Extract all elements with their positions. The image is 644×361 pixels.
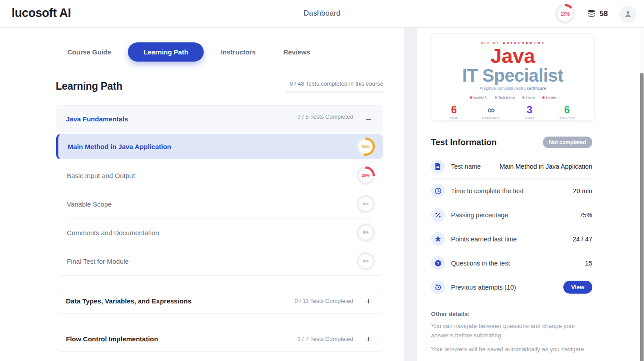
test-progress-ring: 26% bbox=[357, 166, 375, 185]
kit-feature-label: Întrebări AI bbox=[473, 96, 487, 99]
kit-stat-label: NIVELE bbox=[525, 117, 535, 120]
test-name: Final Test for Module bbox=[67, 257, 129, 265]
test-item-basic-io[interactable]: Basic Input and Output 26% bbox=[56, 161, 383, 190]
kit-feature: 6 teme bbox=[522, 96, 535, 99]
module-header[interactable]: Flow Control Implementation 0 / 7 Tests … bbox=[56, 326, 383, 351]
module-title: Flow Control Implementation bbox=[66, 335, 158, 343]
test-progress-label: 0% bbox=[357, 224, 375, 242]
test-item-comments-docs[interactable]: Comments and Documentation 0% bbox=[56, 218, 383, 247]
clock-icon bbox=[431, 184, 445, 198]
kit-stat-intrebari: ∞ ÎNTREBĂRI AI bbox=[482, 105, 500, 120]
kit-stat-label: LUNI ACCES bbox=[558, 117, 575, 120]
scrollbar-thumb[interactable] bbox=[640, 73, 644, 361]
tab-course-guide[interactable]: Course Guide bbox=[57, 42, 122, 62]
star-icon: ★ bbox=[431, 232, 445, 246]
percent-icon bbox=[431, 208, 445, 222]
column-divider bbox=[404, 28, 417, 361]
tab-reviews[interactable]: Reviews bbox=[273, 42, 321, 62]
kit-feature-label: 6 teme bbox=[526, 96, 535, 99]
kit-title-specialist: IT Specialist bbox=[431, 66, 594, 84]
module-list: Java Fundamentals 0 / 5 Tests Completed … bbox=[56, 105, 383, 361]
status-badge: Not completed bbox=[543, 137, 592, 148]
page-title: Dashboard bbox=[0, 9, 644, 18]
module-header[interactable]: Java Fundamentals 0 / 5 Tests Completed … bbox=[56, 106, 383, 132]
user-avatar[interactable] bbox=[619, 6, 636, 22]
kit-tagline-bold: certificare bbox=[527, 86, 546, 91]
test-info-rows: Test name Main Method in Java Applicatio… bbox=[431, 154, 592, 299]
module-data-types: Data Types, Variables, and Expressions 0… bbox=[56, 288, 383, 314]
course-progress-text: 0 / 48 Tests completed in this course bbox=[286, 80, 383, 87]
kit-feature: Teste la timp bbox=[495, 96, 515, 99]
collapse-icon[interactable]: − bbox=[364, 113, 373, 124]
module-title: Data Types, Variables, and Expressions bbox=[66, 297, 192, 305]
kit-features: Întrebări AI Teste la timp 6 teme 3 nive… bbox=[431, 96, 594, 99]
target-icon bbox=[542, 96, 545, 99]
other-details-note: You can navigate between questions and c… bbox=[431, 322, 592, 340]
info-value: 15 bbox=[585, 260, 592, 267]
info-row-questions: ? Questions in the test 15 bbox=[431, 251, 592, 275]
info-value: 24 / 47 bbox=[573, 236, 592, 243]
info-row-passing: Passing percentage 75% bbox=[431, 203, 592, 227]
overall-progress-label: 13% bbox=[555, 4, 575, 24]
module-progress-text: 0 / 11 Tests Completed bbox=[295, 298, 353, 304]
info-label: Time to complete the test bbox=[451, 187, 523, 195]
expand-icon[interactable]: + bbox=[364, 333, 373, 344]
kit-title-java: Java bbox=[431, 46, 594, 66]
info-value: Main Method in Java Application bbox=[500, 163, 592, 170]
course-progress: 0 / 48 Tests completed in this course bbox=[286, 80, 383, 93]
info-label: Questions in the test bbox=[451, 260, 510, 267]
learning-path-header: Learning Path 0 / 48 Tests completed in … bbox=[56, 80, 383, 93]
other-details: Other details: You can navigate between … bbox=[431, 311, 592, 354]
kit-feature: 3 nivele bbox=[542, 96, 556, 99]
tab-instructors[interactable]: Instructors bbox=[210, 42, 266, 62]
course-tabs: Course Guide Learning Path Instructors R… bbox=[57, 42, 383, 62]
module-progress-text: 0 / 7 Tests Completed bbox=[297, 336, 353, 342]
side-panel: KIT DE ANTRENAMENT Java IT Specialist Pr… bbox=[417, 28, 640, 361]
kit-stat-nivele: 3 NIVELE bbox=[525, 105, 535, 120]
kit-stat-teme: 6 TEME bbox=[450, 105, 458, 120]
overall-progress-ring[interactable]: 13% bbox=[555, 4, 575, 24]
coins-count: 58 bbox=[599, 9, 608, 18]
kit-tagline: Pregătire completă pentru certificare bbox=[431, 86, 594, 91]
view-attempts-button[interactable]: View bbox=[563, 281, 592, 294]
kit-feature-label: 3 nivele bbox=[546, 96, 556, 99]
module-flow-control: Flow Control Implementation 0 / 7 Tests … bbox=[56, 326, 383, 352]
info-value: 75% bbox=[579, 212, 592, 219]
test-info-header: Test Information Not completed bbox=[431, 137, 592, 148]
test-item-variable-scope[interactable]: Variable Scope 0% bbox=[56, 190, 383, 218]
header-actions: 13% 58 bbox=[555, 0, 636, 28]
test-progress-ring: 53% bbox=[357, 137, 375, 156]
test-item-final-test[interactable]: Final Test for Module 0% bbox=[56, 247, 383, 275]
course-kit-card[interactable]: KIT DE ANTRENAMENT Java IT Specialist Pr… bbox=[431, 33, 595, 121]
question-icon: ? bbox=[431, 256, 445, 270]
expand-icon[interactable]: + bbox=[364, 295, 373, 307]
kit-stat-label: ÎNTREBĂRI AI bbox=[482, 117, 500, 120]
module-java-fundamentals: Java Fundamentals 0 / 5 Tests Completed … bbox=[56, 105, 383, 276]
test-name: Comments and Documentation bbox=[67, 229, 159, 237]
tab-learning-path[interactable]: Learning Path bbox=[128, 42, 204, 62]
test-progress-label: 53% bbox=[357, 137, 375, 156]
info-row-test-name: Test name Main Method in Java Applicatio… bbox=[431, 154, 592, 178]
module-title: Java Fundamentals bbox=[66, 115, 128, 123]
test-item-main-method[interactable]: Main Method in Java Application 53% bbox=[56, 134, 383, 159]
history-icon bbox=[431, 280, 445, 294]
kit-tagline-text: Pregătire completă pentru bbox=[480, 86, 527, 91]
course-progress-bar bbox=[286, 91, 383, 93]
test-name: Basic Input and Output bbox=[67, 172, 135, 179]
kit-stats: 6 TEME ∞ ÎNTREBĂRI AI 3 NIVELE 6 LUNI AC… bbox=[431, 105, 594, 120]
top-header: lucosoft AI Dashboard 13% 58 bbox=[0, 0, 644, 28]
kit-stat-label: TEME bbox=[450, 117, 458, 120]
coins-counter[interactable]: 58 bbox=[587, 9, 608, 18]
info-label: Previous attempts (10) bbox=[451, 284, 516, 291]
document-icon bbox=[431, 160, 445, 174]
other-details-title: Other details: bbox=[431, 311, 592, 317]
kit-stat-value: 6 bbox=[558, 105, 575, 115]
test-progress-ring: 0% bbox=[357, 252, 375, 270]
module-progress-bar bbox=[286, 124, 353, 125]
module-header[interactable]: Data Types, Variables, and Expressions 0… bbox=[56, 288, 383, 313]
test-progress-ring: 0% bbox=[357, 224, 375, 242]
kit-stat-value: 3 bbox=[525, 105, 535, 115]
test-progress-label: 26% bbox=[357, 166, 375, 185]
kit-feature: Întrebări AI bbox=[470, 96, 487, 99]
clock-icon bbox=[495, 96, 497, 99]
